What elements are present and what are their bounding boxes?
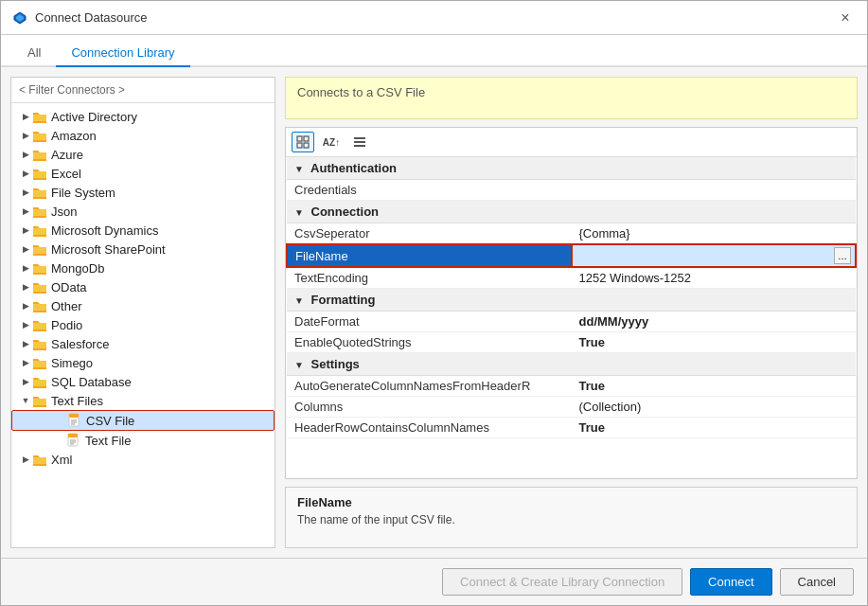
- svg-rect-18: [354, 145, 365, 147]
- description-text: Connects to a CSV File: [297, 85, 425, 99]
- svg-rect-14: [297, 143, 302, 148]
- tree-item-other[interactable]: ▶ Other: [11, 296, 275, 315]
- grid-view-button[interactable]: [292, 132, 314, 152]
- prop-text-enc-name: TextEncoding: [287, 267, 572, 289]
- prop-auto-gen-name: AutoGenerateColumnNamesFromHeaderR: [287, 376, 572, 397]
- toggle-connection: ▼: [294, 207, 304, 218]
- label-azure: Azure: [51, 148, 83, 162]
- properties-section: AZ↑ ▼: [285, 127, 858, 479]
- label-text-file: Text File: [85, 434, 131, 448]
- prop-quoted-value: True: [572, 332, 857, 353]
- label-file-system: File System: [51, 186, 115, 200]
- tree-item-file-system[interactable]: ▶ File System: [11, 183, 275, 202]
- label-json: Json: [51, 205, 77, 219]
- prop-filename-value[interactable]: …: [572, 244, 857, 267]
- arrow-file-system: ▶: [19, 186, 32, 199]
- folder-icon-text-files: [32, 393, 47, 408]
- tree-item-azure[interactable]: ▶ Azure: [11, 145, 275, 164]
- arrow-odata: ▶: [19, 280, 32, 294]
- props-toolbar: AZ↑: [286, 128, 857, 157]
- tree-item-microsoft-sharepoint[interactable]: ▶ Microsoft SharePoint: [11, 240, 275, 258]
- arrow-podio: ▶: [19, 318, 32, 331]
- connect-button[interactable]: Connect: [690, 568, 771, 596]
- tree-item-odata[interactable]: ▶ OData: [11, 277, 275, 296]
- close-button[interactable]: ×: [835, 8, 856, 28]
- section-settings-label: Settings: [311, 357, 360, 371]
- label-xml: Xml: [51, 453, 72, 467]
- section-connection[interactable]: ▼ Connection: [287, 201, 856, 223]
- label-odata: OData: [51, 280, 87, 294]
- svg-rect-13: [304, 136, 309, 141]
- folder-icon-sql-database: [32, 374, 47, 389]
- tree-item-sql-database[interactable]: ▶ SQL Database: [11, 372, 275, 391]
- folder-icon-excel: [32, 166, 47, 181]
- prop-filename: FileName …: [287, 244, 856, 267]
- folder-icon-amazon: [32, 128, 47, 143]
- filename-input[interactable]: [576, 249, 835, 263]
- arrow-json: ▶: [19, 205, 32, 218]
- tree-item-xml[interactable]: ▶ Xml: [11, 450, 275, 469]
- prop-columns: Columns (Collection): [287, 397, 856, 418]
- label-excel: Excel: [51, 167, 81, 181]
- svg-rect-17: [354, 141, 365, 143]
- label-text-files: Text Files: [51, 394, 103, 408]
- label-other: Other: [51, 299, 82, 313]
- info-description: The name of the input CSV file.: [297, 513, 845, 526]
- title-bar: Connect Datasource ×: [1, 1, 867, 35]
- connect-datasource-dialog: Connect Datasource × All Connection Libr…: [0, 0, 868, 606]
- prop-header-row-value: True: [572, 418, 857, 438]
- folder-icon-salesforce: [32, 336, 47, 351]
- section-formatting[interactable]: ▼ Formatting: [287, 289, 856, 312]
- section-authentication[interactable]: ▼ Authentication: [287, 157, 856, 180]
- folder-icon-azure: [32, 147, 47, 162]
- svg-rect-8: [68, 434, 78, 437]
- folder-icon-microsoft-sharepoint: [32, 241, 47, 257]
- tree-item-podio[interactable]: ▶ Podio: [11, 315, 275, 334]
- arrow-other: ▶: [19, 299, 32, 312]
- svg-rect-16: [354, 137, 365, 139]
- tree-item-microsoft-dynamics[interactable]: ▶ Microsoft Dynamics: [11, 221, 275, 240]
- folder-icon-active-directory: [32, 109, 47, 124]
- label-microsoft-sharepoint: Microsoft SharePoint: [51, 242, 166, 257]
- tree-item-json[interactable]: ▶ Json: [11, 202, 275, 221]
- toggle-formatting: ▼: [294, 295, 304, 306]
- label-microsoft-dynamics: Microsoft Dynamics: [51, 223, 158, 238]
- label-sql-database: SQL Database: [51, 375, 132, 389]
- prop-auto-generate: AutoGenerateColumnNamesFromHeaderR True: [287, 376, 856, 397]
- tree-item-amazon[interactable]: ▶ Amazon: [11, 126, 275, 145]
- prop-enable-quoted: EnableQuotedStrings True: [287, 332, 856, 353]
- arrow-sql-database: ▶: [19, 375, 32, 388]
- prop-date-format: DateFormat dd/MM/yyyy: [287, 312, 856, 332]
- tree-item-csv-file[interactable]: ▶ CSV File: [11, 410, 275, 431]
- filename-browse-button[interactable]: …: [834, 247, 851, 264]
- tree-item-excel[interactable]: ▶ Excel: [11, 164, 275, 183]
- tree-item-active-directory[interactable]: ▶ Active Directory: [11, 107, 275, 126]
- tab-connection-library[interactable]: Connection Library: [56, 40, 189, 67]
- prop-auto-gen-value: True: [572, 376, 857, 397]
- section-format-label: Formatting: [311, 293, 376, 307]
- folder-icon-other: [32, 298, 47, 313]
- list-view-button[interactable]: [348, 132, 371, 152]
- section-auth-label: Authentication: [310, 161, 397, 175]
- cancel-button[interactable]: Cancel: [780, 568, 854, 596]
- sort-button[interactable]: AZ↑: [318, 132, 345, 152]
- section-settings[interactable]: ▼ Settings: [287, 353, 856, 376]
- prop-csv-sep-name: CsvSeperator: [287, 223, 572, 245]
- tree-item-text-file[interactable]: ▶ Text File: [11, 431, 275, 450]
- tree-item-salesforce[interactable]: ▶ Salesforce: [11, 334, 275, 353]
- prop-text-encoding: TextEncoding 1252 Windows-1252: [287, 267, 856, 289]
- connect-create-button[interactable]: Connect & Create Library Connection: [442, 568, 682, 596]
- tabs-bar: All Connection Library: [1, 35, 867, 67]
- tree-item-simego[interactable]: ▶ Simego: [11, 353, 275, 372]
- tab-all[interactable]: All: [12, 40, 56, 67]
- arrow-text-files: ▼: [19, 394, 32, 407]
- filter-bar[interactable]: < Filter Connectors >: [11, 78, 275, 103]
- content-area: < Filter Connectors > ▶ Active Directory…: [1, 67, 867, 558]
- tree-item-mongodb[interactable]: ▶ MongoDb: [11, 258, 275, 277]
- folder-icon-file-system: [32, 185, 47, 200]
- folder-icon-odata: [32, 279, 47, 294]
- tree-view: ▶ Active Directory ▶ Amazon: [11, 103, 275, 547]
- label-active-directory: Active Directory: [51, 110, 137, 124]
- tree-item-text-files[interactable]: ▼ Text Files: [11, 391, 275, 410]
- folder-icon-podio: [32, 317, 47, 332]
